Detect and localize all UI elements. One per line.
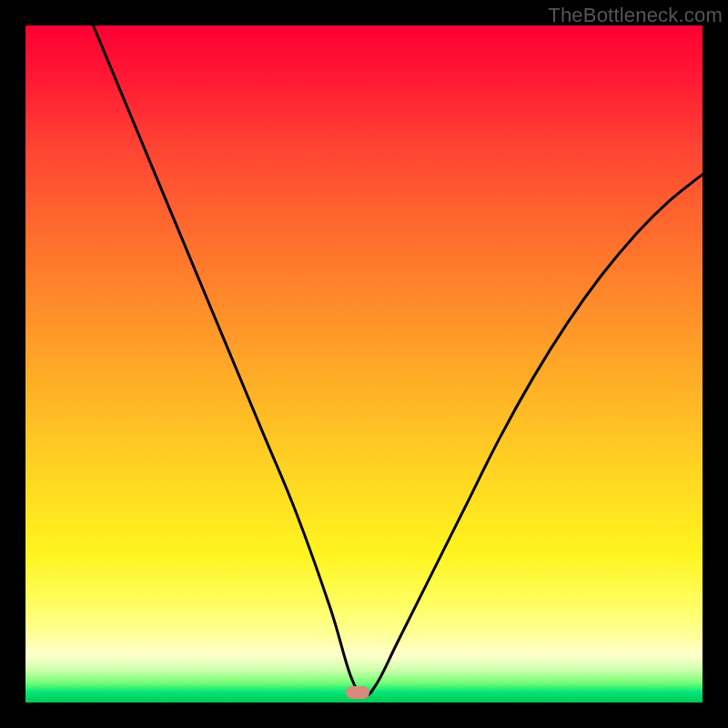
watermark-text: TheBottleneck.com — [548, 4, 723, 27]
min-marker — [346, 686, 369, 699]
chart-container: TheBottleneck.com — [0, 0, 728, 728]
bottleneck-curve — [25, 25, 703, 703]
plot-area — [25, 25, 703, 703]
